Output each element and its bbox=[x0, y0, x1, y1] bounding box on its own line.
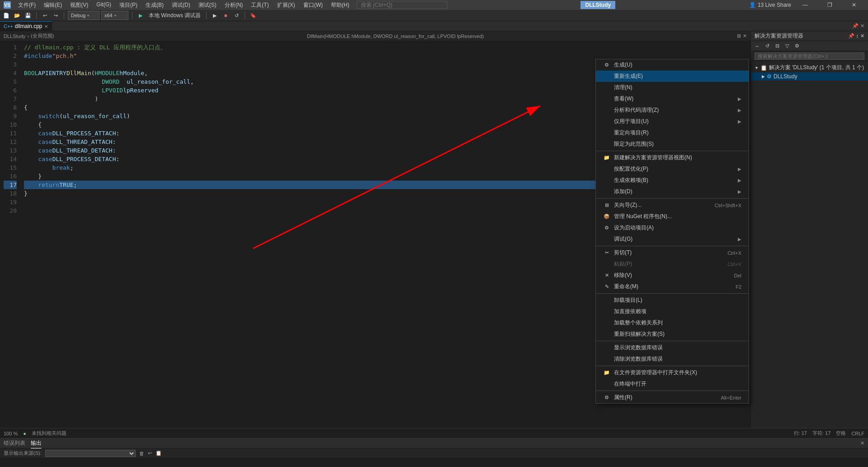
bookmark-btn[interactable]: 🔖 bbox=[249, 11, 258, 20]
menu-debug[interactable]: 调试(D) bbox=[168, 0, 194, 10]
ctx-debug[interactable]: 调试(G) ▶ bbox=[596, 234, 749, 245]
ctx-refresh[interactable]: 重新扫描解决方案(S) bbox=[596, 329, 749, 340]
ctx-project-only[interactable]: 仅用于项目(U) ▶ bbox=[596, 116, 749, 127]
output-copy-btn[interactable]: 📋 bbox=[156, 450, 162, 456]
new-file-btn[interactable]: 📄 bbox=[2, 11, 11, 20]
close-all-icon[interactable]: ✕ bbox=[860, 23, 864, 29]
se-pin-btn[interactable]: 📌 bbox=[848, 33, 854, 39]
menu-edit[interactable]: 编辑(E) bbox=[40, 0, 66, 10]
ctx-build[interactable]: ⚙ 生成(U) bbox=[596, 59, 749, 71]
tab-errors[interactable]: 错误列表 bbox=[4, 438, 25, 448]
save-btn[interactable]: 💾 bbox=[24, 11, 33, 20]
retarget-icon bbox=[603, 129, 610, 137]
se-settings-btn[interactable]: ⚙ bbox=[793, 42, 802, 51]
menu-analyze[interactable]: 分析(N) bbox=[221, 0, 247, 10]
paste-icon bbox=[603, 261, 610, 268]
output-panel: 错误列表 输出 ✕ 显示输出来源(S): 🗑 ↩ 📋 bbox=[0, 438, 868, 467]
se-expand-btn[interactable]: ↕ bbox=[856, 33, 859, 39]
col-indicator: 字符: 17 bbox=[812, 430, 830, 437]
ctx-load-solution[interactable]: 加载整个依赖关系列 bbox=[596, 317, 749, 329]
se-close-btn[interactable]: ✕ bbox=[860, 33, 864, 39]
ctx-delete-label: 移除(V) bbox=[614, 272, 632, 279]
ctx-add-dep[interactable]: 加直接依赖项 bbox=[596, 306, 749, 317]
ctx-properties[interactable]: ⚙ 属性(R) Alt+Enter bbox=[596, 392, 749, 403]
restart-btn[interactable]: ↺ bbox=[232, 11, 241, 20]
se-filter-btn[interactable]: ▽ bbox=[783, 42, 792, 51]
project-name-badge: DLLStudy bbox=[580, 1, 615, 9]
output-content[interactable] bbox=[0, 458, 868, 467]
menu-window[interactable]: 窗口(W) bbox=[300, 0, 326, 10]
tab-output[interactable]: 输出 bbox=[31, 438, 42, 448]
platform-dropdown[interactable]: x64 ▾ bbox=[101, 11, 128, 20]
ctx-scope[interactable]: 限定为此范围(S) bbox=[596, 138, 749, 150]
se-search-bar bbox=[751, 51, 868, 61]
menu-project[interactable]: 项目(P) bbox=[116, 0, 141, 10]
ctx-delete[interactable]: ✕ 移除(V) Del bbox=[596, 270, 749, 281]
view-submenu-arrow: ▶ bbox=[738, 96, 741, 101]
menu-git[interactable]: Git(G) bbox=[93, 0, 115, 10]
ctx-config-opt-label: 按配置优化(P) bbox=[614, 165, 648, 173]
undo-btn[interactable]: ↩ bbox=[40, 11, 49, 20]
output-source-select[interactable] bbox=[45, 450, 136, 457]
menu-build[interactable]: 生成(B) bbox=[142, 0, 167, 10]
restore-button[interactable]: ❐ bbox=[819, 0, 840, 10]
global-search-input[interactable] bbox=[357, 1, 447, 9]
menu-file[interactable]: 文件(F) bbox=[14, 0, 39, 10]
se-project-item[interactable]: ▶ ⚙ DLLStudy bbox=[751, 72, 868, 81]
menu-tools[interactable]: 工具(T) bbox=[247, 0, 272, 10]
ctx-rebuild[interactable]: 重新生成(E) bbox=[596, 71, 749, 82]
attach-btn[interactable]: ▶ bbox=[210, 11, 219, 20]
ctx-move-to[interactable]: ⊞ 关向导(Z)... Ctrl+Shift+X bbox=[596, 200, 749, 211]
se-sync-btn[interactable]: ↔ bbox=[753, 42, 762, 51]
ctx-rename[interactable]: ✎ 重命名(M) F2 bbox=[596, 281, 749, 292]
minimize-button[interactable]: — bbox=[795, 0, 816, 10]
ctx-open-terminal[interactable]: 在终端中打开 bbox=[596, 378, 749, 390]
ctx-view[interactable]: 查看(W) ▶ bbox=[596, 93, 749, 105]
ctx-clean[interactable]: 清理(N) bbox=[596, 82, 749, 93]
project-only-icon bbox=[603, 118, 610, 125]
titlebar: VS 文件(F) 编辑(E) 视图(V) Git(G) 项目(P) 生成(B) … bbox=[0, 0, 868, 10]
ctx-browse-error[interactable]: 显示浏览数据库错误 bbox=[596, 342, 749, 353]
run-btn[interactable]: ▶ bbox=[136, 11, 145, 20]
ctx-nuget[interactable]: 📦 管理 NuGet 程序包(N)... bbox=[596, 211, 749, 222]
se-collapse-btn[interactable]: ⊟ bbox=[773, 42, 782, 51]
se-refresh-btn[interactable]: ↺ bbox=[763, 42, 772, 51]
breadcrumb-close-btn[interactable]: ✕ bbox=[743, 33, 747, 39]
ctx-add[interactable]: 添加(D) ▶ bbox=[596, 186, 749, 197]
menu-extensions[interactable]: 扩展(X) bbox=[274, 0, 299, 10]
output-clear-btn[interactable]: 🗑 bbox=[139, 451, 144, 456]
liveshare-button[interactable]: 👤 13 Live Share bbox=[749, 2, 791, 8]
refresh-icon bbox=[603, 331, 610, 338]
ctx-paste[interactable]: 粘贴(P) Ctrl+V bbox=[596, 258, 749, 270]
ctx-analyze[interactable]: 分析和代码清理(Z) ▶ bbox=[596, 105, 749, 116]
ctx-config-opt[interactable]: 按配置优化(P) ▶ bbox=[596, 163, 749, 175]
output-close-btn[interactable]: ✕ bbox=[860, 440, 864, 446]
se-search-input[interactable] bbox=[755, 52, 864, 60]
se-solution-item[interactable]: ▼ 📋 解决方案 'DLLStudy' (1 个项目, 共 1 个) bbox=[751, 63, 868, 72]
menu-view[interactable]: 视图(V) bbox=[66, 0, 92, 10]
zoom-level: 100 % bbox=[4, 431, 18, 436]
output-wrap-btn[interactable]: ↩ bbox=[148, 450, 152, 456]
breadcrumb-project: DLLStudy bbox=[4, 33, 25, 39]
ctx-open-explorer[interactable]: 📁 在文件资源管理器中打开文件夹(X) bbox=[596, 367, 749, 378]
redo-btn[interactable]: ↪ bbox=[51, 11, 60, 20]
menu-help[interactable]: 帮助(H) bbox=[327, 0, 353, 10]
ctx-startup[interactable]: ⚙ 设为启动项目(A) bbox=[596, 222, 749, 234]
close-button[interactable]: ✕ bbox=[844, 0, 864, 10]
breadcrumb-split-btn[interactable]: ⊞ bbox=[737, 33, 741, 39]
ctx-cut[interactable]: ✂ 剪切(T) Ctrl+X bbox=[596, 247, 749, 258]
menu-test[interactable]: 测试(S) bbox=[195, 0, 220, 10]
pin-icon[interactable]: 📌 bbox=[852, 23, 859, 29]
tab-close-btn[interactable]: ✕ bbox=[44, 24, 48, 29]
ctx-clear-error[interactable]: 清除浏览数据库错误 bbox=[596, 353, 749, 365]
se-solution-arrow: ▼ bbox=[755, 66, 759, 70]
ctx-gen-code[interactable]: 生成依赖项(B) ▶ bbox=[596, 175, 749, 186]
ctx-retarget[interactable]: 重定向项目(R) bbox=[596, 127, 749, 138]
ctx-unload-project[interactable]: 卸载项目(L) bbox=[596, 295, 749, 306]
stop-btn[interactable]: ■ bbox=[221, 11, 230, 20]
ctx-new-view[interactable]: 📁 新建解决方案资源管理器视图(N) bbox=[596, 152, 749, 163]
ctx-clear-error-label: 清除浏览数据库错误 bbox=[614, 355, 663, 363]
open-file-btn[interactable]: 📂 bbox=[13, 11, 22, 20]
tab-dllmain[interactable]: C++ dllmain.cpp ✕ bbox=[0, 21, 52, 31]
config-dropdown[interactable]: Debug ▾ bbox=[68, 11, 99, 20]
